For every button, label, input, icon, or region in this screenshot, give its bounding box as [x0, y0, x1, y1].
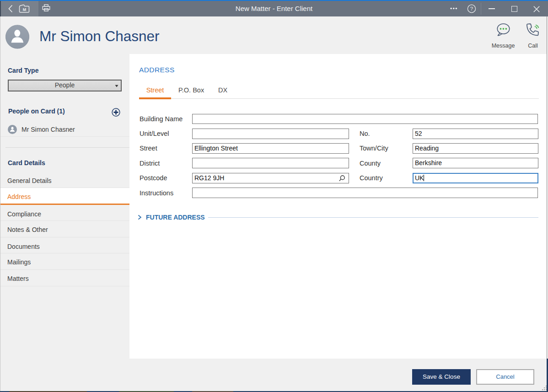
- svg-text:?: ?: [470, 6, 473, 11]
